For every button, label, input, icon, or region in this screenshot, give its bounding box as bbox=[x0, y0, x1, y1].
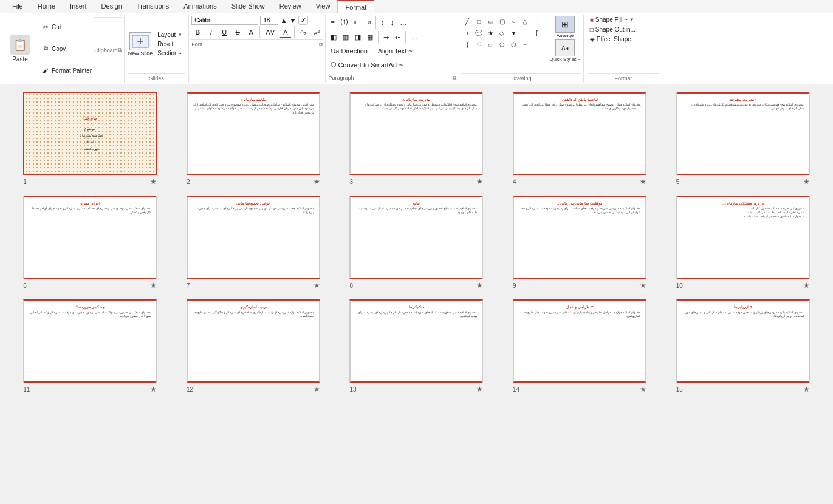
slide-thumb-11[interactable]: چه کسی می‌پرسد؟ محتوای اسلاید یازده - بر… bbox=[12, 299, 168, 393]
superscript-button[interactable]: A2 bbox=[310, 27, 323, 38]
subscript-button[interactable]: A2 bbox=[297, 27, 309, 38]
shape-outline-button[interactable]: □ Shape Outlin... bbox=[588, 26, 659, 33]
slide-thumb-12[interactable]: ترتیب اندازه‌گیری محتوای اسلاید دوازده -… bbox=[176, 299, 332, 393]
slide-thumb-3[interactable]: مدیریت سازمانی: محتوای اسلاید سه - اطلاع… bbox=[338, 92, 495, 186]
ribbon-content: 📋 Paste ✂ Cut ⧉ Copy 🖌 Format Painter bbox=[0, 13, 833, 84]
numbering-button[interactable]: ⑴ bbox=[338, 16, 350, 29]
section-button[interactable]: Section - bbox=[155, 49, 185, 57]
underline-button[interactable]: U bbox=[218, 27, 230, 38]
clipboard-expand[interactable]: ⧉ bbox=[118, 47, 122, 53]
more-para-btn[interactable]: … bbox=[397, 17, 409, 28]
tab-file[interactable]: File bbox=[5, 0, 30, 13]
new-slide-button[interactable]: New Slide bbox=[128, 32, 153, 56]
slide-thumb-14[interactable]: ۳. طراحی و عمل محتوای اسلاید چهارده - مر… bbox=[502, 299, 658, 393]
align-left-button[interactable]: ◧ bbox=[328, 32, 339, 43]
strikethrough-button[interactable]: S bbox=[231, 27, 244, 38]
slide-frame-11: چه کسی می‌پرسد؟ محتوای اسلاید یازده - بر… bbox=[23, 299, 157, 383]
more-align-btn[interactable]: … bbox=[408, 32, 420, 43]
ltr-button[interactable]: ⇠ bbox=[393, 32, 403, 43]
line-spacing-button[interactable]: ↕ bbox=[388, 17, 397, 28]
slide-thumb-2[interactable]: مقایسه‌سازمانی: متن اصلی محتوای اسلاید -… bbox=[176, 92, 332, 186]
slide-number-2: 2★ bbox=[187, 177, 320, 186]
copy-button[interactable]: ⧉ Copy bbox=[39, 44, 94, 53]
shape-brace[interactable]: } bbox=[462, 39, 473, 50]
slide-thumb-10[interactable]: در بروز مشکلات سازمانی... • نیروی کار تج… bbox=[665, 196, 821, 290]
align-right-button[interactable]: ◨ bbox=[352, 32, 363, 43]
text-direction-button[interactable]: Ua Direction - bbox=[328, 46, 374, 56]
shape-triangle[interactable]: △ bbox=[519, 16, 530, 27]
rtl-button[interactable]: ⇢ bbox=[381, 32, 391, 43]
shape-rect[interactable]: □ bbox=[473, 16, 484, 27]
shape-fill-button[interactable]: ■ Shape Fill ~ ▼ bbox=[588, 16, 659, 24]
convert-smartart-button[interactable]: ⬡ Convert to SmartArt ~ bbox=[328, 59, 405, 70]
shape-parallelogram[interactable]: ▱ bbox=[485, 39, 496, 50]
font-size-increase[interactable]: ▲ bbox=[280, 16, 287, 25]
format-painter-button[interactable]: 🖌 Format Painter bbox=[39, 66, 94, 75]
shape-bracket[interactable]: { bbox=[531, 27, 542, 38]
clear-format-btn[interactable]: ✗ bbox=[298, 16, 308, 25]
shape-rect2[interactable]: ▭ bbox=[485, 16, 496, 27]
slide-thumb-8[interactable]: نتایج محتوای اسلاید هشت - نتایج تحقیق و … bbox=[338, 196, 495, 290]
para-expand[interactable]: ⧉ bbox=[453, 75, 456, 81]
tab-view[interactable]: View bbox=[309, 0, 338, 13]
slide-thumb-13[interactable]: • تکنیکی‌ها محتوای اسلاید سیزده - فهرست … bbox=[338, 299, 495, 393]
char-spacing-button[interactable]: AV bbox=[262, 27, 278, 38]
shape-chevron[interactable]: ⟩ bbox=[462, 27, 473, 38]
tab-animations[interactable]: Animations bbox=[176, 0, 224, 13]
para-row1: ≡ ⑴ ⇤ ⇥ ⫾ ↕ … bbox=[328, 16, 456, 29]
slide-thumb-6[interactable]: اجزای ممیزی محتوای اسلاید شش - توضیح اجز… bbox=[12, 196, 168, 290]
increase-indent-button[interactable]: ⇥ bbox=[363, 16, 373, 28]
tab-format[interactable]: Format bbox=[337, 0, 374, 13]
font-label: Font bbox=[191, 41, 202, 48]
reset-button[interactable]: Reset bbox=[155, 40, 185, 48]
shadow-button[interactable]: A bbox=[245, 27, 257, 38]
clipboard-right: ✂ Cut ⧉ Copy 🖌 Format Painter bbox=[36, 16, 94, 81]
shape-callout[interactable]: 💬 bbox=[473, 27, 484, 38]
tab-home[interactable]: Home bbox=[30, 0, 63, 13]
slide-thumb-7[interactable]: عوامل تجمیع سازمانی محتوای اسلاید هفت - … bbox=[176, 196, 332, 290]
align-text-button[interactable]: Align Text ~ bbox=[375, 46, 415, 56]
shape-line[interactable]: ╱ bbox=[462, 16, 473, 27]
slide-thumb-1[interactable]: بنام‌خدا موضوعمقایسه سازمانیاستادچهره‌کن… bbox=[12, 92, 168, 186]
font-name-input[interactable] bbox=[191, 16, 258, 25]
shape-more2[interactable]: ⋯ bbox=[519, 39, 530, 50]
tab-review[interactable]: Review bbox=[272, 0, 309, 13]
columns-button[interactable]: ⫾ bbox=[379, 17, 387, 28]
slide-thumb-5[interactable]: • مدیریت پیشرفته محتوای اسلاید پنج - فهر… bbox=[665, 92, 821, 186]
tab-slideshow[interactable]: Slide Show bbox=[224, 0, 272, 13]
font-color-button[interactable]: A bbox=[279, 27, 292, 38]
decrease-indent-button[interactable]: ⇤ bbox=[351, 16, 362, 28]
slide-thumb-9[interactable]: موفقیت سازمانی چه زمانی... محتوای اسلاید… bbox=[502, 196, 658, 290]
font-size-decrease[interactable]: ▼ bbox=[289, 16, 297, 25]
slide-thumb-4[interactable]: اما شما باطن که داشتن: محتوای اسلاید چها… bbox=[502, 92, 658, 186]
shape-round-rect[interactable]: ▢ bbox=[496, 16, 507, 27]
tab-design[interactable]: Design bbox=[94, 0, 129, 13]
shape-star[interactable]: ★ bbox=[485, 27, 496, 38]
shape-circle[interactable]: ○ bbox=[508, 16, 519, 27]
slide2-content: مقایسه‌سازمانی: متن اصلی محتوای اسلاید -… bbox=[188, 94, 319, 174]
layout-button[interactable]: Layout ▼ bbox=[155, 31, 185, 39]
shape-heart[interactable]: ♡ bbox=[473, 39, 484, 50]
tab-transitions[interactable]: Transitions bbox=[129, 0, 176, 13]
italic-button[interactable]: I bbox=[205, 27, 217, 38]
justify-button[interactable]: ▦ bbox=[365, 32, 375, 43]
bullets-button[interactable]: ≡ bbox=[328, 17, 337, 28]
font-expand[interactable]: ⧉ bbox=[319, 41, 323, 48]
shape-effect-button[interactable]: ◈ Effect Shape bbox=[588, 35, 659, 43]
bold-button[interactable]: B bbox=[191, 27, 204, 38]
shape-hexagon[interactable]: ⬡ bbox=[508, 39, 519, 50]
slide-thumb-15[interactable]: ۴. ارزیابی‌ها محتوای اسلاید پانزده - روش… bbox=[665, 299, 821, 393]
align-center-button[interactable]: ▥ bbox=[340, 32, 351, 43]
quick-styles-button[interactable]: Aa Quick Styles ~ bbox=[549, 39, 580, 62]
cut-button[interactable]: ✂ Cut bbox=[39, 22, 94, 32]
font-size-input[interactable] bbox=[260, 16, 278, 25]
shape-more[interactable]: ▾ bbox=[508, 27, 519, 38]
shape-curve[interactable]: ⌒ bbox=[519, 27, 530, 38]
shape-arrow[interactable]: → bbox=[531, 16, 542, 27]
paste-button[interactable]: 📋 Paste bbox=[5, 16, 35, 81]
slide-frame-5: • مدیریت پیشرفته محتوای اسلاید پنج - فهر… bbox=[676, 92, 810, 175]
shape-pentagon[interactable]: ⬠ bbox=[496, 39, 507, 50]
tab-insert[interactable]: Insert bbox=[63, 0, 94, 13]
shape-diamond[interactable]: ◇ bbox=[496, 27, 507, 38]
arrange-button[interactable]: ⊞ Arrange bbox=[549, 16, 580, 38]
